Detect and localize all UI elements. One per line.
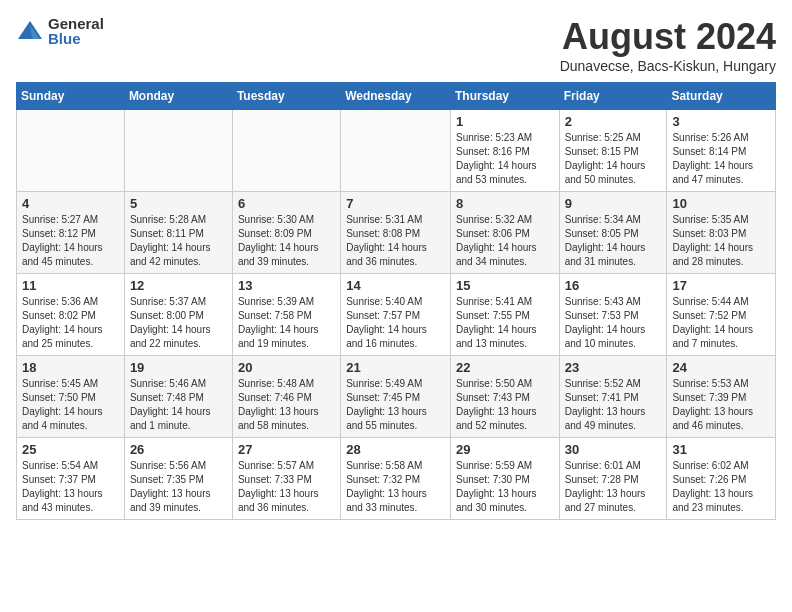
- calendar-table: SundayMondayTuesdayWednesdayThursdayFrid…: [16, 82, 776, 520]
- day-info: Sunrise: 5:43 AM Sunset: 7:53 PM Dayligh…: [565, 295, 662, 351]
- day-info: Sunrise: 5:44 AM Sunset: 7:52 PM Dayligh…: [672, 295, 770, 351]
- day-info: Sunrise: 5:59 AM Sunset: 7:30 PM Dayligh…: [456, 459, 554, 515]
- calendar-cell: 27Sunrise: 5:57 AM Sunset: 7:33 PM Dayli…: [232, 438, 340, 520]
- logo-text: General Blue: [48, 16, 104, 46]
- calendar-cell: 17Sunrise: 5:44 AM Sunset: 7:52 PM Dayli…: [667, 274, 776, 356]
- day-number: 6: [238, 196, 335, 211]
- calendar-cell: 19Sunrise: 5:46 AM Sunset: 7:48 PM Dayli…: [124, 356, 232, 438]
- day-number: 15: [456, 278, 554, 293]
- day-info: Sunrise: 5:56 AM Sunset: 7:35 PM Dayligh…: [130, 459, 227, 515]
- day-info: Sunrise: 5:57 AM Sunset: 7:33 PM Dayligh…: [238, 459, 335, 515]
- day-number: 23: [565, 360, 662, 375]
- day-number: 9: [565, 196, 662, 211]
- calendar-cell: 28Sunrise: 5:58 AM Sunset: 7:32 PM Dayli…: [341, 438, 451, 520]
- day-info: Sunrise: 5:52 AM Sunset: 7:41 PM Dayligh…: [565, 377, 662, 433]
- day-number: 13: [238, 278, 335, 293]
- calendar-cell: 22Sunrise: 5:50 AM Sunset: 7:43 PM Dayli…: [450, 356, 559, 438]
- calendar-cell: 2Sunrise: 5:25 AM Sunset: 8:15 PM Daylig…: [559, 110, 667, 192]
- calendar-cell: 15Sunrise: 5:41 AM Sunset: 7:55 PM Dayli…: [450, 274, 559, 356]
- title-section: August 2024 Dunavecse, Bacs-Kiskun, Hung…: [560, 16, 776, 74]
- calendar-cell: 14Sunrise: 5:40 AM Sunset: 7:57 PM Dayli…: [341, 274, 451, 356]
- weekday-header-tuesday: Tuesday: [232, 83, 340, 110]
- calendar-cell: 7Sunrise: 5:31 AM Sunset: 8:08 PM Daylig…: [341, 192, 451, 274]
- svg-marker-0: [18, 21, 42, 39]
- calendar-cell: 31Sunrise: 6:02 AM Sunset: 7:26 PM Dayli…: [667, 438, 776, 520]
- day-number: 5: [130, 196, 227, 211]
- day-info: Sunrise: 5:27 AM Sunset: 8:12 PM Dayligh…: [22, 213, 119, 269]
- day-number: 12: [130, 278, 227, 293]
- calendar-week-1: 1Sunrise: 5:23 AM Sunset: 8:16 PM Daylig…: [17, 110, 776, 192]
- day-info: Sunrise: 5:36 AM Sunset: 8:02 PM Dayligh…: [22, 295, 119, 351]
- calendar-cell: [124, 110, 232, 192]
- calendar-cell: 21Sunrise: 5:49 AM Sunset: 7:45 PM Dayli…: [341, 356, 451, 438]
- day-number: 2: [565, 114, 662, 129]
- day-info: Sunrise: 5:54 AM Sunset: 7:37 PM Dayligh…: [22, 459, 119, 515]
- weekday-header-saturday: Saturday: [667, 83, 776, 110]
- day-info: Sunrise: 5:40 AM Sunset: 7:57 PM Dayligh…: [346, 295, 445, 351]
- day-number: 19: [130, 360, 227, 375]
- day-number: 4: [22, 196, 119, 211]
- day-number: 29: [456, 442, 554, 457]
- day-info: Sunrise: 5:37 AM Sunset: 8:00 PM Dayligh…: [130, 295, 227, 351]
- day-number: 27: [238, 442, 335, 457]
- calendar-cell: 5Sunrise: 5:28 AM Sunset: 8:11 PM Daylig…: [124, 192, 232, 274]
- logo-blue-text: Blue: [48, 31, 104, 46]
- day-info: Sunrise: 5:26 AM Sunset: 8:14 PM Dayligh…: [672, 131, 770, 187]
- day-number: 17: [672, 278, 770, 293]
- calendar-cell: 20Sunrise: 5:48 AM Sunset: 7:46 PM Dayli…: [232, 356, 340, 438]
- day-number: 1: [456, 114, 554, 129]
- day-info: Sunrise: 5:53 AM Sunset: 7:39 PM Dayligh…: [672, 377, 770, 433]
- calendar-title: August 2024: [560, 16, 776, 58]
- day-number: 7: [346, 196, 445, 211]
- day-info: Sunrise: 5:32 AM Sunset: 8:06 PM Dayligh…: [456, 213, 554, 269]
- header: General Blue August 2024 Dunavecse, Bacs…: [16, 16, 776, 74]
- day-number: 8: [456, 196, 554, 211]
- calendar-cell: 26Sunrise: 5:56 AM Sunset: 7:35 PM Dayli…: [124, 438, 232, 520]
- calendar-week-3: 11Sunrise: 5:36 AM Sunset: 8:02 PM Dayli…: [17, 274, 776, 356]
- day-number: 11: [22, 278, 119, 293]
- day-info: Sunrise: 5:46 AM Sunset: 7:48 PM Dayligh…: [130, 377, 227, 433]
- day-number: 26: [130, 442, 227, 457]
- calendar-cell: 30Sunrise: 6:01 AM Sunset: 7:28 PM Dayli…: [559, 438, 667, 520]
- calendar-cell: 8Sunrise: 5:32 AM Sunset: 8:06 PM Daylig…: [450, 192, 559, 274]
- day-number: 16: [565, 278, 662, 293]
- calendar-cell: 11Sunrise: 5:36 AM Sunset: 8:02 PM Dayli…: [17, 274, 125, 356]
- day-number: 28: [346, 442, 445, 457]
- day-number: 24: [672, 360, 770, 375]
- calendar-cell: 18Sunrise: 5:45 AM Sunset: 7:50 PM Dayli…: [17, 356, 125, 438]
- calendar-cell: [17, 110, 125, 192]
- calendar-cell: 3Sunrise: 5:26 AM Sunset: 8:14 PM Daylig…: [667, 110, 776, 192]
- day-info: Sunrise: 6:01 AM Sunset: 7:28 PM Dayligh…: [565, 459, 662, 515]
- logo-icon: [16, 17, 44, 45]
- day-info: Sunrise: 5:31 AM Sunset: 8:08 PM Dayligh…: [346, 213, 445, 269]
- day-info: Sunrise: 5:58 AM Sunset: 7:32 PM Dayligh…: [346, 459, 445, 515]
- day-number: 20: [238, 360, 335, 375]
- calendar-header: SundayMondayTuesdayWednesdayThursdayFrid…: [17, 83, 776, 110]
- day-info: Sunrise: 5:35 AM Sunset: 8:03 PM Dayligh…: [672, 213, 770, 269]
- day-info: Sunrise: 5:48 AM Sunset: 7:46 PM Dayligh…: [238, 377, 335, 433]
- day-info: Sunrise: 5:49 AM Sunset: 7:45 PM Dayligh…: [346, 377, 445, 433]
- day-info: Sunrise: 5:34 AM Sunset: 8:05 PM Dayligh…: [565, 213, 662, 269]
- calendar-subtitle: Dunavecse, Bacs-Kiskun, Hungary: [560, 58, 776, 74]
- calendar-cell: 16Sunrise: 5:43 AM Sunset: 7:53 PM Dayli…: [559, 274, 667, 356]
- day-number: 10: [672, 196, 770, 211]
- day-number: 22: [456, 360, 554, 375]
- calendar-cell: 23Sunrise: 5:52 AM Sunset: 7:41 PM Dayli…: [559, 356, 667, 438]
- calendar-cell: 29Sunrise: 5:59 AM Sunset: 7:30 PM Dayli…: [450, 438, 559, 520]
- day-number: 21: [346, 360, 445, 375]
- calendar-cell: 6Sunrise: 5:30 AM Sunset: 8:09 PM Daylig…: [232, 192, 340, 274]
- day-info: Sunrise: 5:41 AM Sunset: 7:55 PM Dayligh…: [456, 295, 554, 351]
- calendar-cell: [232, 110, 340, 192]
- calendar-cell: 9Sunrise: 5:34 AM Sunset: 8:05 PM Daylig…: [559, 192, 667, 274]
- calendar-cell: 24Sunrise: 5:53 AM Sunset: 7:39 PM Dayli…: [667, 356, 776, 438]
- calendar-cell: 12Sunrise: 5:37 AM Sunset: 8:00 PM Dayli…: [124, 274, 232, 356]
- calendar-week-2: 4Sunrise: 5:27 AM Sunset: 8:12 PM Daylig…: [17, 192, 776, 274]
- weekday-row: SundayMondayTuesdayWednesdayThursdayFrid…: [17, 83, 776, 110]
- day-number: 14: [346, 278, 445, 293]
- weekday-header-sunday: Sunday: [17, 83, 125, 110]
- day-info: Sunrise: 5:39 AM Sunset: 7:58 PM Dayligh…: [238, 295, 335, 351]
- weekday-header-thursday: Thursday: [450, 83, 559, 110]
- weekday-header-friday: Friday: [559, 83, 667, 110]
- day-info: Sunrise: 5:50 AM Sunset: 7:43 PM Dayligh…: [456, 377, 554, 433]
- day-number: 25: [22, 442, 119, 457]
